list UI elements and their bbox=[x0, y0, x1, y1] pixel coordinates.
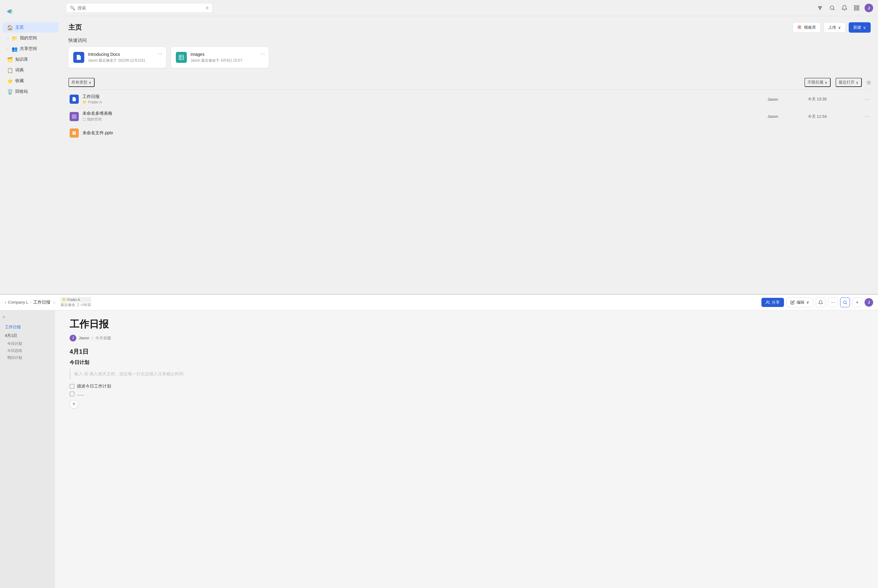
arrow-icon: › bbox=[8, 37, 8, 40]
recent-name-2: 未命名文件.pptx bbox=[83, 130, 869, 136]
recent-filters: 所有类型 ∨ 不限归属 ∨ 最近打开 ∨ ⊞ bbox=[68, 75, 870, 90]
header-right: J bbox=[816, 4, 873, 12]
checkbox-0[interactable] bbox=[70, 384, 75, 389]
recent-info-1: 未命名多维表格 ☐ 我的空间 bbox=[83, 111, 764, 122]
filter-icon: ≡ bbox=[206, 5, 209, 10]
doc-body: « 工作日报 4月1日 今日计划 今日总结 明日计划 工作日报 J Jason … bbox=[0, 310, 878, 588]
dictionary-icon: 📋 bbox=[8, 68, 13, 73]
recent-owner-1: Jason bbox=[767, 114, 804, 119]
edit-icon bbox=[790, 300, 795, 304]
collapse-button[interactable]: « bbox=[3, 314, 53, 320]
template-emoji: 🍭 bbox=[797, 25, 802, 30]
share-button[interactable]: 分享 bbox=[761, 298, 784, 307]
quick-access-list: Introducing Docs Jason 最近修改于 2022年12月22日… bbox=[68, 47, 870, 68]
chevron-down-icon-new: ∨ bbox=[863, 26, 866, 30]
favorites-icon: ⭐ bbox=[8, 78, 13, 84]
doc-main: 工作日报 J Jason | 今天创建 4月1日 今日计划 输入 @ 插入相关文… bbox=[55, 310, 878, 588]
search-button-doc[interactable] bbox=[840, 297, 850, 307]
sharedspace-icon: 👥 bbox=[12, 46, 17, 52]
sidebar-item-sharedspace-label: 共享空间 bbox=[20, 46, 37, 52]
breadcrumb-folder: 📁 Folder A bbox=[60, 297, 91, 302]
upload-button[interactable]: 上传 ∨ bbox=[824, 22, 846, 33]
recent-row-2[interactable]: 未命名文件.pptx bbox=[68, 125, 870, 141]
more-btn-0[interactable]: ··· bbox=[865, 96, 869, 102]
chevron-icon-owner: ∨ bbox=[825, 80, 828, 85]
breadcrumb-current: 工作日报 bbox=[33, 300, 50, 305]
sidebar-item-favorites[interactable]: ⭐ 收藏 bbox=[3, 76, 59, 86]
main-top: 🔍 ≡ bbox=[61, 0, 878, 294]
more-icon-1[interactable]: ··· bbox=[260, 51, 265, 57]
recent-name-1: 未命名多维表格 bbox=[83, 111, 764, 116]
sidebar-item-home-label: 主页 bbox=[15, 25, 24, 30]
bell-button[interactable] bbox=[816, 297, 825, 307]
new-button[interactable]: 新建 ∨ bbox=[849, 22, 870, 33]
more-options-button[interactable]: ··· bbox=[828, 297, 838, 307]
recent-icon-2 bbox=[70, 129, 79, 138]
add-button-doc[interactable]: + bbox=[852, 297, 862, 307]
more-btn-1[interactable]: ··· bbox=[865, 113, 869, 120]
doc-nav-sub-2[interactable]: 今日计划 bbox=[3, 340, 53, 347]
user-avatar[interactable]: J bbox=[864, 4, 873, 12]
doc-checkbox-label-0: 描述今日工作计划 bbox=[77, 384, 111, 389]
connections-icon[interactable] bbox=[816, 4, 824, 12]
doc-subsection: 今日计划 bbox=[70, 360, 863, 366]
sidebar-item-trash-label: 回收站 bbox=[15, 89, 28, 94]
sidebar-item-trash[interactable]: 🗑️ 回收站 bbox=[3, 86, 59, 97]
search-input[interactable] bbox=[78, 6, 203, 10]
doc-user-avatar[interactable]: J bbox=[864, 298, 873, 307]
search-box[interactable]: 🔍 ≡ bbox=[66, 3, 212, 13]
filter-owner[interactable]: 不限归属 ∨ bbox=[804, 78, 831, 87]
breadcrumb-back-icon[interactable]: ‹ bbox=[5, 300, 6, 304]
layout-icon[interactable]: ⊞ bbox=[867, 80, 870, 86]
more-icon-0[interactable]: ··· bbox=[158, 51, 162, 57]
search-bar-row: 🔍 ≡ bbox=[61, 0, 878, 16]
star-icon[interactable]: ☆ bbox=[52, 300, 56, 305]
arrow-icon-2: › bbox=[8, 47, 8, 51]
svg-line-8 bbox=[833, 9, 834, 10]
doc-icon-blue-0 bbox=[73, 52, 84, 63]
template-button[interactable]: 🍭 模板库 bbox=[792, 22, 821, 33]
sidebar-item-knowledge[interactable]: 🗂️ 知识库 bbox=[3, 54, 59, 65]
doc-add-button[interactable]: + bbox=[70, 400, 78, 409]
sidebar-item-dictionary[interactable]: 📋 词典 bbox=[3, 65, 59, 75]
doc-nav-sub-3[interactable]: 今日总结 bbox=[3, 347, 53, 354]
checkbox-1[interactable] bbox=[70, 392, 75, 396]
grid-icon-header[interactable] bbox=[852, 4, 861, 12]
quick-card-0[interactable]: Introducing Docs Jason 最近修改于 2022年12月22日… bbox=[68, 47, 166, 68]
svg-point-7 bbox=[830, 6, 834, 9]
bell-icon[interactable] bbox=[840, 4, 849, 12]
recent-time-0: 今天 13:35 bbox=[808, 96, 857, 102]
folder-icon-path: 📁 bbox=[83, 100, 87, 104]
recent-path-0: 📁 Folder A bbox=[83, 100, 764, 104]
recent-row-0[interactable]: 工作日报 📁 Folder A Jason 今天 13:35 ··· bbox=[68, 91, 870, 108]
doc-header-actions: 分享 编辑 ∨ ··· bbox=[761, 297, 873, 307]
svg-point-24 bbox=[843, 300, 846, 303]
doc-nav-sub-4[interactable]: 明日计划 bbox=[3, 354, 53, 361]
search-icon-header[interactable] bbox=[828, 4, 836, 12]
chevron-down-icon: ∨ bbox=[838, 26, 841, 30]
recent-info-0: 工作日报 📁 Folder A bbox=[83, 94, 764, 104]
recent-section: 所有类型 ∨ 不限归属 ∨ 最近打开 ∨ ⊞ bbox=[68, 75, 870, 141]
doc-placeholder-text: 输入 @ 插入相关文档，或在每一行右边插入任务截止时间 bbox=[70, 369, 863, 379]
breadcrumb-company[interactable]: Company L bbox=[8, 300, 28, 304]
recent-icon-1 bbox=[70, 112, 79, 121]
edit-button[interactable]: 编辑 ∨ bbox=[786, 297, 813, 307]
chevron-icon-time: ∨ bbox=[856, 80, 859, 85]
filter-time[interactable]: 最近打开 ∨ bbox=[836, 78, 862, 87]
myspace-icon: 📁 bbox=[12, 35, 17, 41]
doc-nav-item-0[interactable]: 工作日报 bbox=[3, 323, 53, 331]
sidebar-item-myspace[interactable]: › 📁 我的空间 bbox=[3, 33, 59, 44]
quick-card-1[interactable]: Images Jason 最近修改于 4月9日 15:57 ··· bbox=[171, 47, 269, 68]
doc-section-date: 4月1日 bbox=[70, 348, 863, 356]
quick-card-title-1: Images bbox=[191, 52, 264, 57]
filter-type[interactable]: 所有类型 ∨ bbox=[68, 78, 95, 87]
doc-nav-item-1[interactable]: 4月1日 bbox=[3, 332, 53, 340]
bottom-panel: ‹ Company L › 工作日报 ☆ 📁 Folder A 最近修改: 2 … bbox=[0, 294, 878, 588]
doc-sidebar: « 工作日报 4月1日 今日计划 今日总结 明日计划 bbox=[0, 310, 55, 588]
sidebar-item-home[interactable]: 🏠 主页 bbox=[3, 22, 59, 33]
app-logo bbox=[0, 4, 61, 22]
quick-access-title: 快速访问 bbox=[68, 38, 870, 44]
sidebar-item-sharedspace[interactable]: › 👥 共享空间 bbox=[3, 44, 59, 54]
recent-row-1[interactable]: 未命名多维表格 ☐ 我的空间 Jason 今天 11:54 ··· bbox=[68, 108, 870, 125]
svg-rect-17 bbox=[72, 115, 76, 118]
